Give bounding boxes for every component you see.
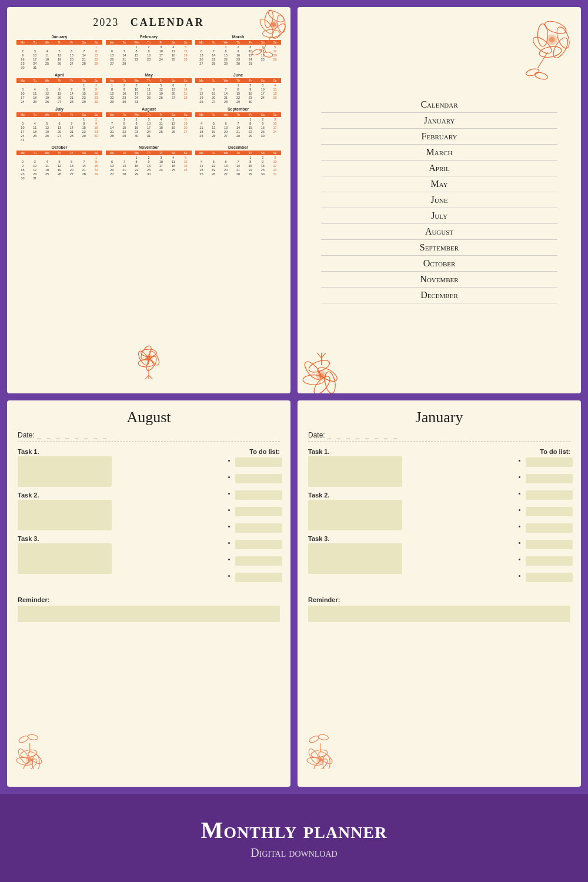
month-header: MoTuWeThFrSaSu — [16, 151, 102, 155]
month-days: 1234567891011121314151617181920212223242… — [195, 83, 281, 103]
task1-label-august: Task 1. — [18, 448, 222, 455]
tasks-col-january: Task 1. Task 2. Task 3. — [308, 448, 513, 589]
month-days: 1234567891011121314151617181920212223242… — [106, 45, 192, 65]
todo-items-january — [517, 457, 570, 582]
task1-label-january: Task 1. — [308, 448, 513, 455]
month-name: June — [195, 73, 281, 77]
month-header: MoTuWeThFrSaSu — [16, 112, 102, 117]
svg-point-31 — [549, 37, 554, 42]
todo-item-7-august — [235, 556, 280, 566]
todo-item-5-august — [235, 523, 280, 533]
index-list-item[interactable]: September — [321, 240, 557, 256]
reminder-label-january: Reminder: — [308, 596, 340, 603]
index-list-item[interactable]: June — [321, 192, 557, 208]
flower-top-right-icon — [235, 7, 290, 63]
month-block: NovemberMoTuWeThFrSaSu123456789101112131… — [106, 145, 192, 180]
month-header: MoTuWeThFrSaSu — [106, 151, 192, 155]
month-block: MayMoTuWeThFrSaSu12345678910111213141516… — [106, 73, 192, 103]
month-block: AugustMoTuWeThFrSaSu12345678910111213141… — [106, 107, 192, 142]
month-days: 1234567891011121314151617181920212223242… — [16, 117, 102, 142]
month-header: MoTuWeThFrSaSu — [106, 40, 192, 45]
todo-item-6-jan — [526, 540, 570, 549]
task3-label-january: Task 3. — [308, 535, 513, 542]
todo-label-august: To do list: — [227, 448, 280, 455]
svg-point-53 — [28, 759, 31, 761]
month-name: February — [106, 35, 192, 39]
reminder-august: Reminder: — [18, 594, 280, 622]
task2-august: Task 2. — [18, 492, 222, 530]
svg-line-23 — [149, 375, 152, 379]
month-header: MoTuWeThFrSaSu — [16, 40, 102, 45]
todo-item-1-august — [235, 457, 280, 467]
month-block: FebruaryMoTuWeThFrSaSu123456789101112131… — [106, 35, 192, 69]
task2-label-january: Task 2. — [308, 492, 513, 499]
todo-item-3-august — [235, 490, 280, 500]
month-name: October — [16, 145, 102, 149]
month-name: December — [195, 145, 281, 149]
planner-august-body: Task 1. Task 2. Task 3. To do list: — [18, 448, 280, 589]
todo-item-3-jan — [526, 490, 570, 500]
date-label-january: Date: — [308, 431, 325, 439]
reminder-label-august: Reminder: — [18, 596, 49, 603]
month-header: MoTuWeThFrSaSu — [195, 151, 281, 155]
index-list-item[interactable]: Calendar — [321, 97, 557, 113]
index-list-item[interactable]: August — [321, 224, 557, 240]
index-list-item[interactable]: December — [321, 288, 557, 303]
month-days: 1234567891011121314151617181920212223242… — [16, 155, 102, 180]
task3-january: Task 3. — [308, 535, 513, 574]
index-list-item[interactable]: March — [321, 145, 557, 161]
month-block: JuneMoTuWeThFrSaSu1234567891011121314151… — [195, 73, 281, 103]
month-block: OctoberMoTuWeThFrSaSu1234567891011121314… — [16, 145, 102, 180]
month-block: DecemberMoTuWeThFrSaSu123456789101112131… — [195, 145, 281, 180]
date-label-august: Date: — [18, 431, 35, 439]
task3-august: Task 3. — [18, 535, 222, 574]
month-header: MoTuWeThFrSaSu — [106, 112, 192, 117]
todo-item-5-jan — [526, 523, 570, 533]
index-list-item[interactable]: November — [321, 272, 557, 288]
month-days: 1234567891011121314151617181920212223242… — [195, 155, 281, 176]
month-header: MoTuWeThFrSaSu — [16, 78, 102, 83]
month-name: September — [195, 107, 281, 111]
reminder-box-august — [18, 606, 280, 622]
index-list-item[interactable]: April — [321, 161, 557, 176]
calendar-panel: 2023 CALENDAR JanuaryMoTuWeThFrSaSu12345… — [7, 7, 290, 393]
svg-point-12 — [263, 51, 273, 58]
month-name: January — [16, 35, 102, 39]
month-name: May — [106, 73, 192, 77]
svg-point-7 — [272, 23, 276, 27]
bottom-banner: Monthly planner Digital download — [0, 794, 588, 882]
task3-label-august: Task 3. — [18, 535, 222, 542]
todo-col-january: To do list: — [517, 448, 570, 589]
index-list-item[interactable]: May — [321, 176, 557, 192]
reminder-box-january — [308, 606, 570, 622]
year-label: 2023 — [93, 16, 119, 28]
todo-item-7-jan — [526, 556, 570, 566]
calendar-title-label: CALENDAR — [131, 16, 205, 28]
month-days: 1234567891011121314151617181920212223242… — [106, 117, 192, 138]
month-header: MoTuWeThFrSaSu — [195, 112, 281, 117]
date-dashes-january: _ _ _ _ _ _ _ _ — [328, 431, 399, 439]
svg-point-34 — [534, 71, 548, 81]
month-name: April — [16, 73, 102, 77]
index-list-item[interactable]: February — [321, 129, 557, 145]
task1-box-january — [308, 456, 402, 487]
index-list-item[interactable]: July — [321, 208, 557, 224]
task2-box-january — [308, 500, 402, 530]
index-list-item[interactable]: January — [321, 113, 557, 129]
svg-point-29 — [537, 24, 547, 46]
svg-line-45 — [322, 353, 326, 358]
planner-january-body: Task 1. Task 2. Task 3. To do list: — [308, 448, 570, 589]
banner-title: Monthly planner — [201, 816, 387, 844]
date-line-january: Date: _ _ _ _ _ _ _ _ — [308, 431, 570, 442]
todo-item-8-august — [235, 573, 280, 582]
index-list-item[interactable]: October — [321, 256, 557, 272]
svg-point-11 — [251, 48, 262, 56]
date-dashes-august: _ _ _ _ _ _ _ _ — [37, 431, 109, 439]
todo-items-august — [227, 457, 280, 582]
month-name: July — [16, 107, 102, 111]
planner-august-title: August — [18, 409, 280, 426]
month-days: 1234567891011121314151617181920212223242… — [16, 45, 102, 69]
todo-item-4-august — [235, 507, 280, 516]
month-block: SeptemberMoTuWeThFrSaSu12345678910111213… — [195, 107, 281, 142]
planner-august-panel: August Date: _ _ _ _ _ _ _ _ Task 1. Tas… — [7, 400, 290, 787]
